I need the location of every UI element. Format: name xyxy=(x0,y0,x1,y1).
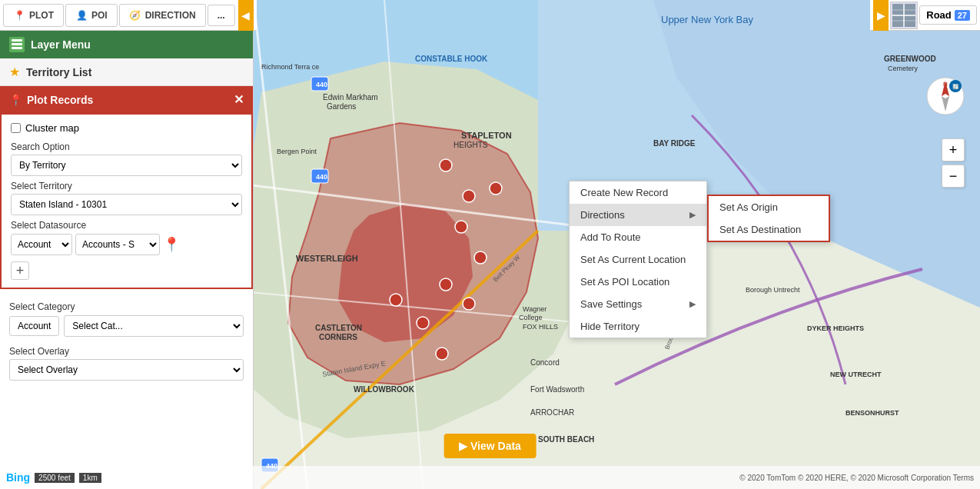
context-set-current-location[interactable]: Set As Current Location xyxy=(570,248,706,271)
svg-text:440: 440 xyxy=(316,81,327,88)
zoom-out-icon: − xyxy=(949,168,958,185)
svg-text:Fort Wadsworth: Fort Wadsworth xyxy=(530,385,584,394)
sub-menu-set-as-destination[interactable]: Set As Destination xyxy=(709,218,829,241)
more-label: ... xyxy=(218,10,225,21)
scale-km: 1km xyxy=(79,473,101,483)
plot-records-close-button[interactable]: ✕ xyxy=(234,92,244,107)
layer-menu-bar[interactable]: Layer Menu xyxy=(0,31,253,58)
collapse-left-icon: ◀ xyxy=(241,9,250,22)
context-save-settings[interactable]: Save Settings ▶ xyxy=(570,293,706,315)
svg-point-15 xyxy=(455,221,467,233)
zoom-in-button[interactable]: + xyxy=(942,138,965,161)
copyright-text: © 2020 TomTom © 2020 HERE, © 2020 Micros… xyxy=(739,474,974,482)
svg-text:Wagner: Wagner xyxy=(523,305,546,313)
context-hide-territory[interactable]: Hide Territory xyxy=(570,315,706,338)
view-data-button[interactable]: ▶ View Data xyxy=(443,434,537,458)
map-type-icon[interactable] xyxy=(890,2,918,29)
collapse-right-icon: ▶ xyxy=(877,9,885,22)
svg-text:Upper New York Bay: Upper New York Bay xyxy=(661,14,753,25)
context-directions[interactable]: Directions ▶ xyxy=(570,204,706,226)
select-overlay-label: Select Overlay xyxy=(9,346,244,357)
sub-menu-set-as-origin[interactable]: Set As Origin xyxy=(709,196,829,218)
road-number: 27 xyxy=(955,10,970,21)
plot-label: PLOT xyxy=(29,10,54,21)
svg-text:Gardens: Gardens xyxy=(327,102,356,111)
poi-icon: 👤 xyxy=(75,9,88,22)
collapse-left-button[interactable]: ◀ xyxy=(238,0,254,31)
select-overlay-select[interactable]: Select Overlay xyxy=(9,359,244,381)
svg-text:HEIGHTS: HEIGHTS xyxy=(453,141,488,149)
hide-territory-label: Hide Territory xyxy=(580,321,639,332)
left-panel: Layer Menu ★ Territory List 📍 Plot Recor… xyxy=(0,31,254,489)
datasource-pin-icon[interactable]: 📍 xyxy=(163,236,180,253)
collapse-right-button[interactable]: ▶ xyxy=(873,0,889,31)
category-row: Account Select Cat... xyxy=(9,315,244,337)
svg-point-18 xyxy=(463,298,475,310)
svg-text:WESTERLEIGH: WESTERLEIGH xyxy=(296,254,358,263)
plot-records-header: 📍 Plot Records ✕ xyxy=(0,86,253,113)
directions-arrow-icon: ▶ xyxy=(689,210,696,220)
svg-rect-65 xyxy=(12,43,22,45)
below-border-section: Select Category Account Select Cat... Se… xyxy=(0,289,253,388)
compass[interactable]: N 🔄 xyxy=(926,77,965,115)
cluster-map-checkbox[interactable] xyxy=(11,123,21,133)
select-category-select[interactable]: Select Cat... xyxy=(64,315,244,337)
svg-text:WILLOWBROOK: WILLOWBROOK xyxy=(354,385,415,394)
svg-text:CONSTABLE HOOK: CONSTABLE HOOK xyxy=(415,55,488,63)
svg-text:SOUTH BEACH: SOUTH BEACH xyxy=(538,435,594,444)
save-settings-arrow-icon: ▶ xyxy=(689,299,696,309)
svg-text:Richmond Terra ce: Richmond Terra ce xyxy=(261,63,319,71)
create-new-record-label: Create New Record xyxy=(580,187,668,198)
territory-list-bar[interactable]: ★ Territory List xyxy=(0,58,253,86)
toolbar-right: ▶ Road 27 xyxy=(870,0,980,31)
category-account-button[interactable]: Account xyxy=(9,316,59,336)
add-icon: + xyxy=(16,263,25,279)
plot-records-title: Plot Records xyxy=(27,94,93,106)
add-datasource-button[interactable]: + xyxy=(11,261,29,280)
svg-text:N: N xyxy=(943,81,948,88)
datasource-accounts-s-select[interactable]: Accounts - S xyxy=(75,234,160,255)
plot-button[interactable]: 📍 PLOT xyxy=(3,4,64,27)
svg-text:FOX HILLS: FOX HILLS xyxy=(523,323,558,331)
zoom-out-button[interactable]: − xyxy=(942,165,965,188)
select-territory-select[interactable]: Staten Island - 10301 xyxy=(11,194,242,215)
bottom-bar: Bing 2500 feet 1km © 2020 TomTom © 2020 … xyxy=(0,466,980,489)
context-menu: Create New Record Directions ▶ Add To Ro… xyxy=(569,181,707,338)
more-button[interactable]: ... xyxy=(208,5,235,26)
set-as-destination-label: Set As Destination xyxy=(719,224,801,235)
context-create-new-record[interactable]: Create New Record xyxy=(570,181,706,204)
road-button[interactable]: Road 27 xyxy=(919,5,977,25)
plot-records-icon: 📍 xyxy=(9,94,22,106)
toolbar-left: 📍 PLOT 👤 POI 🧭 DIRECTION ... ◀ xyxy=(0,0,257,31)
road-label: Road xyxy=(926,9,952,21)
cluster-map-label: Cluster map xyxy=(25,122,79,134)
svg-text:STAPLETON: STAPLETON xyxy=(461,131,512,140)
svg-point-19 xyxy=(417,317,429,329)
poi-button[interactable]: 👤 POI xyxy=(65,4,118,27)
plot-icon: 📍 xyxy=(13,9,25,22)
context-add-to-route[interactable]: Add To Route xyxy=(570,226,706,248)
cluster-map-row: Cluster map xyxy=(11,122,242,134)
territory-star-icon: ★ xyxy=(9,65,20,79)
svg-rect-64 xyxy=(12,39,22,42)
svg-text:Concord: Concord xyxy=(530,358,560,367)
zoom-in-icon: + xyxy=(949,142,958,158)
direction-icon: 🧭 xyxy=(129,9,141,22)
directions-label: Directions xyxy=(580,209,625,221)
search-option-label: Search Option xyxy=(11,141,242,152)
svg-point-17 xyxy=(440,278,452,291)
svg-text:CASTLETON: CASTLETON xyxy=(315,324,362,332)
plot-records-body: Cluster map Search Option By Territory S… xyxy=(0,113,253,289)
poi-label: POI xyxy=(91,10,108,21)
svg-point-13 xyxy=(463,190,475,202)
svg-rect-66 xyxy=(12,47,22,49)
svg-point-21 xyxy=(390,294,402,306)
search-option-select[interactable]: By Territory xyxy=(11,155,242,176)
svg-point-12 xyxy=(440,159,452,171)
set-poi-location-label: Set As POI Location xyxy=(580,276,669,288)
svg-text:CORNERS: CORNERS xyxy=(319,333,357,341)
svg-text:ARROCHAR: ARROCHAR xyxy=(530,408,574,417)
direction-button[interactable]: 🧭 DIRECTION xyxy=(119,4,206,27)
datasource-account-select[interactable]: Account xyxy=(11,234,72,255)
context-set-poi-location[interactable]: Set As POI Location xyxy=(570,271,706,293)
